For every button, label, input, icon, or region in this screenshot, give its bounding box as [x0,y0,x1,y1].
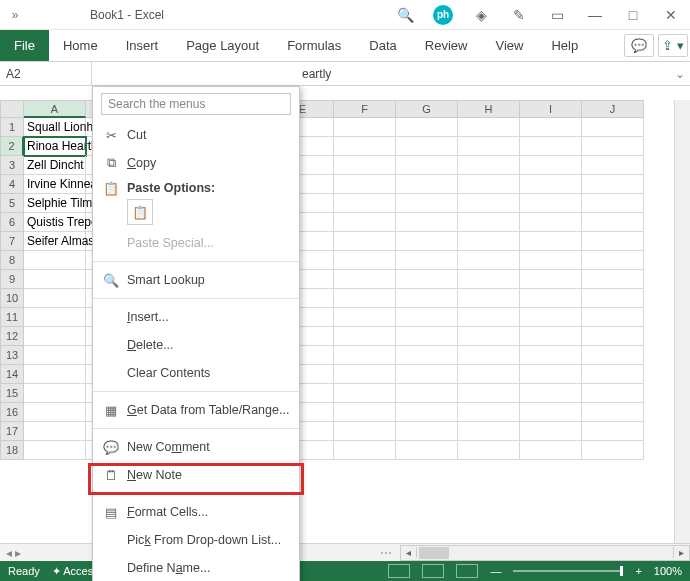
cell[interactable] [582,365,644,384]
expand-formula-bar-icon[interactable]: ⌄ [670,67,690,81]
cell[interactable] [582,422,644,441]
view-normal-icon[interactable] [388,564,410,578]
cell[interactable] [396,213,458,232]
sheet-nav-prev[interactable]: ◂ [6,546,12,560]
close-button[interactable]: ✕ [652,0,690,30]
share-button[interactable]: ⇪ ▾ [658,34,688,57]
cell[interactable] [458,270,520,289]
cell[interactable] [24,346,86,365]
cell[interactable] [520,270,582,289]
row-header[interactable]: 18 [0,441,24,460]
zoom-level[interactable]: 100% [654,565,682,577]
select-all-corner[interactable] [0,100,24,118]
menu-insert[interactable]: Insert... [93,303,299,331]
col-header-H[interactable]: H [458,100,520,118]
cell[interactable] [334,194,396,213]
cell[interactable] [520,346,582,365]
row-header[interactable]: 5 [0,194,24,213]
cell[interactable]: Irvine Kinneas [24,175,86,194]
tab-view[interactable]: View [481,30,537,61]
cell[interactable] [334,441,396,460]
cell[interactable] [520,156,582,175]
row-header[interactable]: 8 [0,251,24,270]
cell[interactable] [458,365,520,384]
cell[interactable] [582,441,644,460]
cell[interactable] [396,137,458,156]
tab-data[interactable]: Data [355,30,410,61]
row-header[interactable]: 6 [0,213,24,232]
cell[interactable] [458,156,520,175]
comments-button[interactable]: 💬 [624,34,654,57]
cell[interactable] [458,232,520,251]
cell[interactable]: Quistis Trepe [24,213,86,232]
hscroll-thumb[interactable] [419,547,449,559]
menu-search-input[interactable]: Search the menus [101,93,291,115]
cell[interactable] [24,365,86,384]
cell[interactable] [582,232,644,251]
cell[interactable] [582,137,644,156]
cell[interactable] [396,118,458,137]
cell[interactable] [334,422,396,441]
menu-smart-lookup[interactable]: 🔍 Smart Lookup [93,266,299,294]
row-header[interactable]: 3 [0,156,24,175]
cell[interactable] [334,251,396,270]
menu-delete[interactable]: Delete... [93,331,299,359]
search-icon[interactable]: 🔍 [386,0,424,30]
cell[interactable] [582,346,644,365]
cell[interactable] [396,384,458,403]
cell[interactable] [458,213,520,232]
menu-pick-from-list[interactable]: Pick From Drop-down List... [93,526,299,554]
cell[interactable] [24,270,86,289]
row-header[interactable]: 14 [0,365,24,384]
cell[interactable] [334,213,396,232]
cell[interactable] [458,422,520,441]
row-header[interactable]: 7 [0,232,24,251]
cell[interactable]: Selphie Tilmitt [24,194,86,213]
cell[interactable] [396,346,458,365]
view-page-layout-icon[interactable] [422,564,444,578]
wand-icon[interactable]: ✎ [500,0,538,30]
row-header[interactable]: 11 [0,308,24,327]
cell[interactable] [334,137,396,156]
cell[interactable] [582,194,644,213]
hscroll-right[interactable]: ▸ [673,547,689,558]
cell[interactable] [582,403,644,422]
cell[interactable] [396,441,458,460]
tab-help[interactable]: Help [537,30,592,61]
cell[interactable] [458,346,520,365]
cell[interactable] [520,365,582,384]
cell[interactable] [24,327,86,346]
cell[interactable] [520,403,582,422]
cell[interactable] [582,384,644,403]
cell[interactable] [334,232,396,251]
cell[interactable] [396,403,458,422]
cell[interactable] [396,251,458,270]
name-box[interactable]: A2 [0,62,92,85]
cell[interactable] [458,194,520,213]
tab-home[interactable]: Home [49,30,112,61]
formula-text[interactable]: eartly [92,67,331,81]
menu-clear-contents[interactable]: Clear Contents [93,359,299,387]
cell[interactable] [458,289,520,308]
cell[interactable] [520,175,582,194]
zoom-in-button[interactable]: + [635,565,641,577]
cell[interactable] [334,308,396,327]
cell[interactable] [396,289,458,308]
cell[interactable] [520,289,582,308]
horizontal-scrollbar[interactable]: ◂ ▸ [400,545,690,561]
cell[interactable] [334,118,396,137]
col-header-J[interactable]: J [582,100,644,118]
sheet-nav-next[interactable]: ▸ [15,546,21,560]
cell[interactable] [334,384,396,403]
maximize-button[interactable]: □ [614,0,652,30]
quick-access-chevron[interactable]: » [0,8,30,22]
cell[interactable] [396,232,458,251]
cell[interactable]: Seifer Almasy [24,232,86,251]
cell[interactable] [582,251,644,270]
cell[interactable] [396,175,458,194]
cell[interactable] [582,289,644,308]
cell[interactable] [582,308,644,327]
row-header[interactable]: 13 [0,346,24,365]
tab-review[interactable]: Review [411,30,482,61]
cell[interactable] [396,156,458,175]
